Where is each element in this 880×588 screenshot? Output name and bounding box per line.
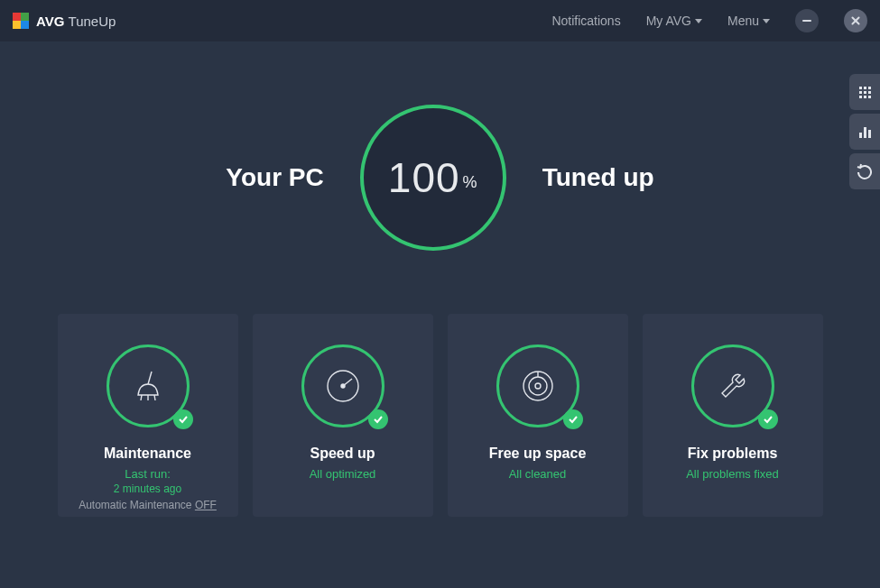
card-status: Last run: [125, 467, 171, 481]
auto-maintenance-toggle[interactable]: OFF [195, 499, 217, 511]
score-ring: 100% [360, 105, 506, 251]
percent-sign: % [463, 173, 478, 191]
card-speed-up[interactable]: Speed up All optimized [253, 314, 433, 517]
nav-menu[interactable]: Menu [727, 14, 770, 28]
nav-my-avg[interactable]: My AVG [646, 14, 702, 28]
svg-line-0 [148, 372, 152, 384]
hero-right-label: Tuned up [542, 163, 654, 192]
card-status: All cleaned [509, 467, 567, 481]
close-icon [850, 15, 861, 26]
side-tab-undo[interactable] [849, 153, 880, 189]
undo-icon [857, 163, 873, 179]
apps-grid-icon [859, 87, 871, 98]
svg-point-8 [529, 377, 547, 395]
chevron-down-icon [763, 19, 770, 23]
card-title: Free up space [489, 446, 587, 462]
cards-grid: Maintenance Last run: 2 minutes ago Auto… [0, 314, 880, 517]
card-status: All problems fixed [686, 467, 779, 481]
brand: AVG TuneUp [13, 13, 116, 29]
card-maintenance[interactable]: Maintenance Last run: 2 minutes ago Auto… [58, 314, 238, 517]
check-icon [758, 409, 778, 429]
side-tabs [849, 74, 880, 189]
minimize-icon [802, 20, 811, 22]
disk-icon [518, 366, 558, 406]
side-tab-apps[interactable] [849, 74, 880, 110]
avg-logo-icon [13, 13, 29, 29]
brand-product: TuneUp [69, 14, 116, 29]
card-subline: 2 minutes ago [114, 482, 181, 495]
nav-notifications-label: Notifications [551, 14, 620, 28]
speedup-iconwrap [301, 345, 384, 427]
maintenance-iconwrap [107, 345, 190, 427]
bar-chart-icon [859, 125, 871, 138]
nav-menu-label: Menu [727, 14, 759, 28]
gauge-icon [323, 366, 363, 406]
svg-line-1 [141, 395, 142, 400]
hero: Your PC 100% Tuned up [0, 105, 880, 251]
svg-line-3 [154, 395, 155, 400]
card-title: Fix problems [688, 446, 778, 462]
hero-left-label: Your PC [226, 163, 323, 192]
nav-my-avg-label: My AVG [646, 14, 691, 28]
svg-point-9 [535, 383, 541, 389]
top-nav: Notifications My AVG Menu [551, 9, 867, 32]
check-icon [563, 409, 583, 429]
auto-maintenance-label: Automatic Maintenance [79, 499, 195, 511]
score-value: 100 [388, 154, 460, 201]
check-icon [368, 409, 388, 429]
card-title: Maintenance [104, 446, 191, 462]
side-tab-stats[interactable] [849, 114, 880, 150]
svg-point-6 [341, 384, 345, 388]
nav-notifications[interactable]: Notifications [551, 14, 620, 28]
freeup-iconwrap [496, 345, 579, 427]
auto-maintenance-line: Automatic Maintenance OFF [79, 499, 217, 511]
card-fix-problems[interactable]: Fix problems All problems fixed [643, 314, 823, 517]
broom-icon [130, 368, 166, 404]
titlebar: AVG TuneUp Notifications My AVG Menu [0, 0, 880, 41]
chevron-down-icon [695, 19, 702, 23]
card-title: Speed up [310, 446, 375, 462]
wrench-icon [713, 366, 753, 406]
check-icon [173, 409, 193, 429]
card-status: All optimized [310, 467, 376, 481]
minimize-button[interactable] [795, 9, 819, 32]
card-free-up-space[interactable]: Free up space All cleaned [448, 314, 628, 517]
close-button[interactable] [844, 9, 867, 32]
fix-iconwrap [691, 345, 774, 427]
brand-name: AVG [36, 14, 64, 29]
